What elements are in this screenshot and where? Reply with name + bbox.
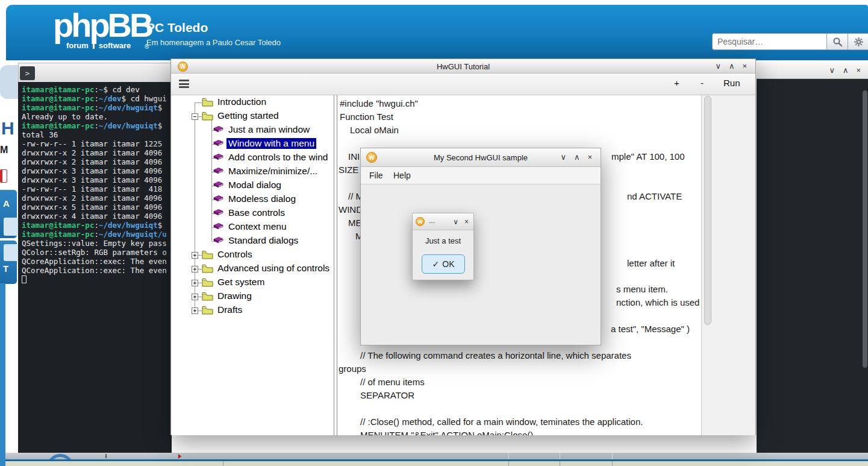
tree-item-drawing[interactable]: Drawing [217, 291, 252, 301]
column-divider [612, 453, 613, 459]
tree-item-drafts[interactable]: Drafts [217, 304, 242, 315]
tutorial-toolbar: + - Run [171, 74, 755, 95]
page-bold-fragment: M [0, 145, 8, 156]
tree-item-get-system[interactable]: Get system [217, 277, 264, 288]
terminal-line: drwxrwxr-x 2 itamar itamar 4096 [22, 157, 172, 166]
sample-titlebar[interactable]: W My Second HwGUI sample ∨ ∧ × [361, 148, 601, 167]
terminal-line: -rw-rw-r-- 1 itamar itamar 1225 [22, 139, 172, 148]
menu-help[interactable]: Help [393, 171, 411, 180]
tree-item-controls[interactable]: Controls [217, 249, 252, 260]
terminal-window[interactable]: itamar@itamar-pc:~$ cd devitamar@itamar-… [18, 82, 172, 453]
code-fragment: #include "hwgui.ch" [340, 98, 418, 109]
tree-item-modal-dialog[interactable]: Modal dialog [228, 180, 281, 190]
tree-item-just-a-main-window[interactable]: Just a main window [228, 124, 310, 135]
zoom-out-button[interactable]: - [701, 78, 704, 88]
column-divider [560, 461, 560, 466]
run-button[interactable]: Run [723, 78, 740, 88]
forum-panel-a-label: A [3, 198, 10, 209]
folder-icon [202, 264, 213, 276]
code-fragment: SEPARATOR [360, 390, 414, 401]
dialog-titlebar[interactable]: W ... ∨ × [413, 213, 473, 230]
terminal-tabbar: > [18, 63, 172, 82]
book-icon [213, 236, 223, 248]
zoom-in-button[interactable]: + [674, 78, 679, 88]
code-fragment: Function Test [340, 112, 393, 122]
tree-item-standard-dialogs[interactable]: Standard dialogs [228, 235, 298, 246]
page-red-badge-fragment [0, 169, 7, 183]
tree-item-getting-started[interactable]: Getting started [217, 110, 279, 121]
minimize-icon[interactable]: ∨ [829, 66, 835, 75]
ok-button[interactable]: ✓ OK [422, 254, 465, 274]
terminal-line: itamar@itamar-pc:~$ cd dev [22, 85, 172, 94]
expander-plus-icon[interactable] [192, 252, 198, 259]
menu-icon[interactable] [179, 80, 189, 88]
search-bar [712, 33, 868, 50]
maximize-icon[interactable]: ∧ [843, 66, 849, 75]
tree-item-maximize-minimize[interactable]: Maximize/minimize/... [228, 166, 317, 177]
folder-icon [202, 306, 213, 317]
tick-fragment [105, 454, 107, 458]
code-fragment: WIND [339, 204, 363, 215]
expander-plus-icon[interactable] [192, 280, 198, 286]
tree-item-base-controls[interactable]: Base controls [228, 207, 285, 218]
ok-button-label: OK [442, 259, 454, 269]
phpbb-header: phpBB forumsoftware ® PC Toledo Em homen… [6, 5, 868, 60]
close-icon[interactable]: × [587, 153, 592, 162]
folder-icon [202, 112, 213, 123]
terminal-line: drwxrwxr-x 3 itamar itamar 4096 [22, 166, 172, 175]
code-scrollbar-track[interactable] [701, 95, 755, 435]
gear-icon [854, 37, 864, 47]
code-fragment: a test", "Message" ) [611, 324, 690, 335]
tree-item-introduction[interactable]: Introduction [217, 96, 266, 107]
tutorial-title: HwGUI Tutorial [171, 62, 755, 71]
terminal-line: QCoreApplication::exec: The even [22, 257, 172, 266]
column-divider [560, 453, 560, 459]
terminal-prompt-icon[interactable]: > [20, 66, 35, 80]
expander-plus-icon[interactable] [192, 294, 198, 300]
hwgui-app-icon: W [416, 217, 425, 226]
close-icon[interactable]: × [742, 62, 747, 71]
terminal-line: total 36 [22, 130, 172, 139]
phpbb-logo[interactable]: phpBB forumsoftware ® [53, 7, 152, 43]
tree-connector-line [195, 102, 202, 103]
code-fragment: mple" AT 100, 100 [611, 151, 685, 162]
tree-item-window-with-a-menu[interactable]: Window with a menu [226, 138, 316, 149]
maximize-icon[interactable]: ∧ [729, 62, 735, 71]
expander-plus-icon[interactable] [192, 307, 198, 314]
scrollbar-thumb[interactable] [704, 96, 711, 325]
expander-minus-icon[interactable] [192, 113, 198, 120]
right-window-titlebar[interactable]: ∨ ∧ × [757, 62, 868, 79]
close-icon[interactable]: × [464, 218, 469, 226]
terminal-cursor [22, 276, 27, 283]
tree-item-advanced-using-of-controls[interactable]: Advanced using of controls [217, 263, 329, 274]
scrollbar-thumb[interactable] [863, 90, 867, 368]
forum-table-strip [0, 461, 868, 466]
expander-plus-icon[interactable] [192, 266, 198, 272]
book-icon [213, 153, 223, 165]
message-dialog: W ... ∨ × Just a test ✓ OK [412, 213, 474, 280]
code-fragment: letter after it [627, 258, 675, 269]
terminal-line: itamar@itamar-pc:~/dev$ cd hwgui [22, 94, 172, 103]
search-input[interactable] [712, 33, 826, 50]
tutorial-titlebar[interactable]: W HwGUI Tutorial ∨ ∧ × [171, 59, 755, 74]
column-divider [612, 461, 613, 466]
check-icon: ✓ [432, 259, 440, 269]
minimize-icon[interactable]: ∨ [560, 153, 566, 162]
menu-file[interactable]: File [369, 171, 383, 180]
tree-item-add-controls-to-the-wind[interactable]: Add controls to the wind [228, 152, 328, 163]
code-fragment: nction, which is used [616, 297, 699, 308]
minimize-icon[interactable]: ∨ [715, 62, 721, 71]
tree-branch-line [211, 116, 212, 241]
red-arrow-fragment [178, 454, 181, 459]
hwgui-sample-window: W My Second HwGUI sample ∨ ∧ × File Help [360, 148, 601, 345]
tree-item-context-menu[interactable]: Context menu [228, 221, 287, 232]
maximize-icon[interactable]: ∧ [574, 153, 580, 162]
close-icon[interactable]: × [856, 66, 861, 75]
search-button[interactable] [826, 33, 848, 50]
search-settings-button[interactable] [848, 33, 868, 50]
site-title[interactable]: PC Toledo [146, 20, 208, 35]
terminal-line: QColor::setRgb: RGB parameters o [22, 248, 172, 257]
folder-icon [202, 292, 213, 303]
minimize-icon[interactable]: ∨ [453, 218, 458, 226]
tree-item-modeless-dialog[interactable]: Modeless dialog [228, 194, 296, 204]
